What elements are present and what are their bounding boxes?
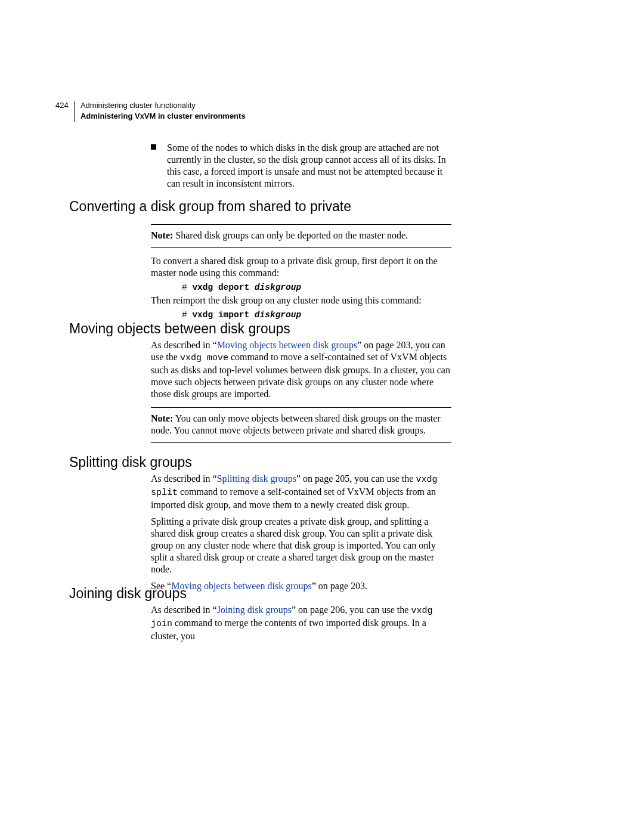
- heading-moving: Moving objects between disk groups: [69, 321, 451, 337]
- bullet-item: Some of the nodes to which disks in the …: [167, 142, 451, 190]
- paragraph: As described in “Splitting disk groups” …: [151, 473, 451, 511]
- link-moving-objects[interactable]: Moving objects between disk groups: [217, 340, 358, 350]
- note-rule-bottom: [151, 247, 451, 248]
- note-text: Shared disk groups can only be deported …: [173, 230, 408, 240]
- section-splitting: As described in “Splitting disk groups” …: [151, 473, 451, 592]
- paragraph: As described in “Joining disk groups” on…: [151, 604, 451, 642]
- heading-converting: Converting a disk group from shared to p…: [69, 199, 451, 215]
- page-header: 424 Administering cluster functionality …: [55, 100, 461, 122]
- section-converting: Note: Shared disk groups can only be dep…: [151, 224, 451, 322]
- section-joining: As described in “Joining disk groups” on…: [151, 604, 451, 642]
- header-titles: Administering cluster functionality Admi…: [80, 100, 246, 122]
- header-divider: [74, 101, 75, 122]
- note-content: Note: Shared disk groups can only be dep…: [151, 225, 451, 247]
- chapter-title: Administering cluster functionality: [80, 101, 196, 110]
- text: command to remove a self-contained set o…: [151, 487, 436, 510]
- prompt-hash: #: [182, 283, 192, 292]
- note-box: Note: You can only move objects between …: [151, 407, 451, 443]
- section-moving: As described in “Moving objects between …: [151, 339, 451, 443]
- code-vxdg-move: vxdg move: [180, 353, 228, 363]
- note-box: Note: Shared disk groups can only be dep…: [151, 224, 451, 248]
- text: As described in “: [151, 605, 217, 615]
- text: ” on page 206, you can use the: [292, 605, 411, 615]
- link-joining-groups[interactable]: Joining disk groups: [217, 605, 292, 615]
- bullet-text: Some of the nodes to which disks in the …: [167, 143, 446, 188]
- page: 424 Administering cluster functionality …: [0, 0, 644, 833]
- prompt-hash: #: [182, 310, 192, 320]
- page-number: 424: [55, 100, 69, 111]
- note-rule-bottom: [151, 442, 451, 443]
- text: As described in “: [151, 340, 217, 350]
- note-text: You can only move objects between shared…: [151, 413, 441, 435]
- text: command to merge the contents of two imp…: [151, 618, 426, 641]
- note-content: Note: You can only move objects between …: [151, 408, 451, 442]
- note-label: Note:: [151, 230, 173, 240]
- bullet-square-icon: [151, 144, 156, 150]
- paragraph: As described in “Moving objects between …: [151, 339, 451, 400]
- command-arg: diskgroup: [255, 283, 301, 292]
- paragraph: To convert a shared disk group to a priv…: [151, 255, 451, 279]
- paragraph: Then reimport the disk group on any clus…: [151, 295, 451, 306]
- text: ” on page 205, you can use the: [296, 473, 416, 484]
- heading-joining: Joining disk groups: [69, 586, 451, 602]
- text: As described in “: [151, 473, 217, 484]
- command-import: # vxdg import diskgroup: [182, 309, 451, 321]
- link-splitting-groups[interactable]: Splitting disk groups: [217, 473, 296, 484]
- command-deport: # vxdg deport diskgroup: [182, 281, 451, 293]
- paragraph: Splitting a private disk group creates a…: [151, 516, 451, 575]
- section-title: Administering VxVM in cluster environmen…: [80, 112, 246, 120]
- heading-splitting: Splitting disk groups: [69, 454, 451, 470]
- command-text: vxdg deport: [192, 283, 254, 292]
- command-arg: diskgroup: [255, 310, 301, 320]
- command-text: vxdg import: [192, 310, 254, 320]
- note-label: Note:: [151, 413, 173, 423]
